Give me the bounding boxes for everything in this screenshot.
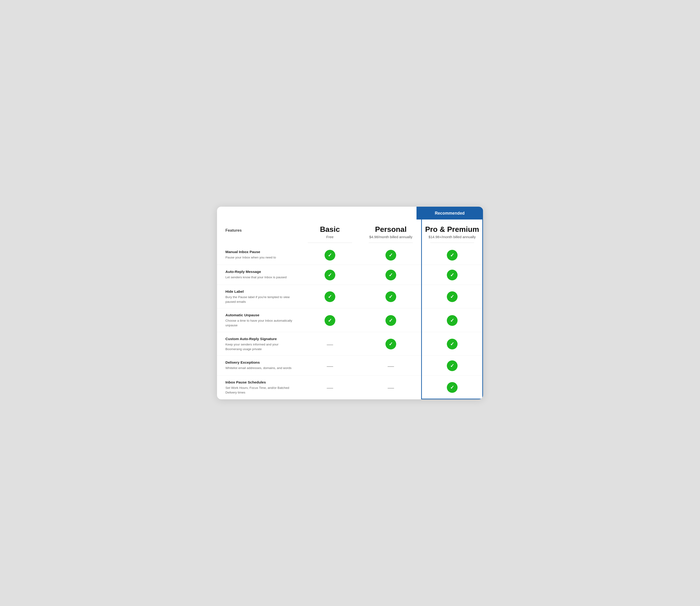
check-icon: ✓ — [385, 315, 396, 326]
feature-row: Custom Auto-Reply Signature Keep your se… — [217, 332, 483, 355]
recommended-banner: Recommended — [416, 207, 483, 219]
feature-availability-cell: ✓ — [299, 285, 361, 308]
feature-name: Auto-Reply Message — [225, 270, 294, 274]
feature-availability-cell: ✓ — [299, 308, 361, 332]
basic-divider — [308, 242, 352, 243]
pricing-card: Recommended Features Basic Free — [217, 207, 483, 399]
check-icon: ✓ — [447, 315, 457, 326]
check-icon: ✓ — [447, 250, 457, 260]
feature-row: Manual Inbox Pause Pause your Inbox when… — [217, 245, 483, 265]
feature-name: Automatic Unpause — [225, 313, 294, 317]
feature-availability-cell — [299, 376, 361, 399]
features-column-header: Features — [217, 207, 299, 245]
feature-subtitle: Let senders know that your Inbox is paus… — [225, 275, 294, 280]
feature-description: Custom Auto-Reply Signature Keep your se… — [217, 332, 299, 355]
feature-name: Hide Label — [225, 289, 294, 294]
feature-availability-cell: ✓ — [422, 376, 483, 399]
pro-divider — [430, 242, 474, 243]
feature-availability-cell: ✓ — [361, 285, 422, 308]
pro-plan-price: $14.98+/month billed annually — [425, 235, 479, 239]
check-icon: ✓ — [447, 339, 457, 349]
feature-availability-cell: ✓ — [361, 245, 422, 265]
check-icon: ✓ — [324, 250, 335, 260]
feature-subtitle: Bury the Pause label if you're tempted t… — [225, 295, 294, 304]
feature-availability-cell — [361, 376, 422, 399]
dash-icon — [327, 388, 333, 389]
check-icon: ✓ — [385, 292, 396, 302]
pricing-table-wrapper: Features Basic Free Personal $4.98/month… — [217, 207, 483, 399]
feature-availability-cell — [299, 356, 361, 376]
feature-subtitle: Choose a time to have your Inbox automat… — [225, 319, 294, 327]
check-icon: ✓ — [324, 315, 335, 326]
personal-plan-price: $4.98/month billed annually — [363, 235, 419, 239]
feature-row: Automatic Unpause Choose a time to have … — [217, 308, 483, 332]
feature-availability-cell: ✓ — [361, 332, 422, 355]
personal-plan-name: Personal — [363, 225, 419, 233]
feature-name: Manual Inbox Pause — [225, 250, 294, 254]
feature-subtitle: Whitelist email addresses, domains, and … — [225, 366, 294, 370]
feature-availability-cell: ✓ — [422, 308, 483, 332]
feature-availability-cell — [299, 332, 361, 355]
personal-plan-header: Personal $4.98/month billed annually — [361, 207, 422, 245]
feature-row: Auto-Reply Message Let senders know that… — [217, 265, 483, 285]
dash-icon — [388, 366, 394, 367]
feature-description: Hide Label Bury the Pause label if you'r… — [217, 285, 299, 308]
feature-row: Inbox Pause Schedules Set Work Hours, Fo… — [217, 376, 483, 399]
check-icon: ✓ — [447, 292, 457, 302]
feature-availability-cell: ✓ — [361, 265, 422, 285]
check-icon: ✓ — [385, 250, 396, 260]
feature-availability-cell: ✓ — [299, 245, 361, 265]
pricing-table: Features Basic Free Personal $4.98/month… — [217, 207, 483, 399]
dash-icon — [327, 345, 333, 345]
feature-description: Inbox Pause Schedules Set Work Hours, Fo… — [217, 376, 299, 399]
feature-name: Custom Auto-Reply Signature — [225, 337, 294, 341]
feature-description: Automatic Unpause Choose a time to have … — [217, 308, 299, 332]
feature-availability-cell: ✓ — [422, 332, 483, 355]
feature-subtitle: Pause your Inbox when you need to — [225, 255, 294, 260]
feature-availability-cell: ✓ — [422, 356, 483, 376]
check-icon: ✓ — [385, 270, 396, 280]
personal-divider — [369, 242, 413, 243]
feature-availability-cell: ✓ — [299, 265, 361, 285]
check-icon: ✓ — [324, 292, 335, 302]
check-icon: ✓ — [447, 270, 457, 280]
check-icon: ✓ — [324, 270, 335, 280]
feature-row: Delivery Exceptions Whitelist email addr… — [217, 356, 483, 376]
dash-icon — [327, 366, 333, 367]
pro-plan-name: Pro & Premium — [425, 225, 479, 233]
basic-plan-header: Basic Free — [299, 207, 361, 245]
feature-subtitle: Set Work Hours, Focus Time, and/or Batch… — [225, 386, 294, 395]
dash-icon — [388, 388, 394, 389]
basic-plan-name: Basic — [302, 225, 358, 233]
check-icon: ✓ — [385, 339, 396, 349]
feature-description: Manual Inbox Pause Pause your Inbox when… — [217, 245, 299, 265]
check-icon: ✓ — [447, 382, 457, 393]
feature-availability-cell: ✓ — [422, 245, 483, 265]
feature-availability-cell: ✓ — [361, 308, 422, 332]
feature-description: Auto-Reply Message Let senders know that… — [217, 265, 299, 285]
feature-description: Delivery Exceptions Whitelist email addr… — [217, 356, 299, 376]
basic-plan-price: Free — [302, 235, 358, 239]
feature-subtitle: Keep your senders informed and your Boom… — [225, 342, 294, 351]
feature-name: Inbox Pause Schedules — [225, 380, 294, 384]
feature-availability-cell — [361, 356, 422, 376]
feature-availability-cell: ✓ — [422, 265, 483, 285]
check-icon: ✓ — [447, 360, 457, 371]
feature-row: Hide Label Bury the Pause label if you'r… — [217, 285, 483, 308]
feature-name: Delivery Exceptions — [225, 360, 294, 365]
feature-availability-cell: ✓ — [422, 285, 483, 308]
